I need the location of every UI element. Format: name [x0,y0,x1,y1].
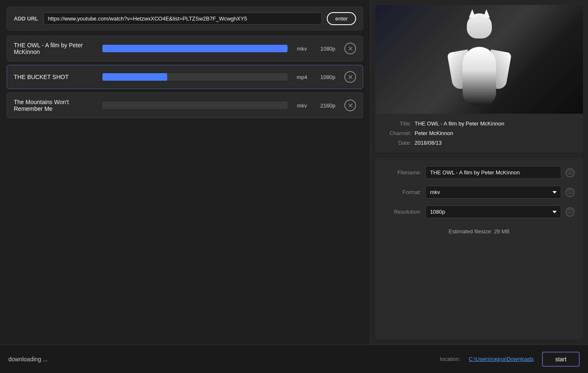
download-item-2: THE BUCKET SHOT mp4 1080p ✕ [7,65,363,89]
info-row-channel: Channel: Peter McKinnon [382,130,576,136]
remove-button-2[interactable]: ✕ [344,71,356,83]
item-format-3: mkv [293,102,311,109]
format-select[interactable]: mkv mp4 webm mp3 [425,186,561,199]
status-text: downloading ... [8,356,432,363]
progress-bar-container-1 [102,45,288,52]
owl-head [467,13,492,38]
info-row-date: Date: 2018/08/13 [382,140,576,146]
info-row-title: Title: THE OWL - A film by Peter McKinno… [382,120,576,127]
resolution-select[interactable]: 4320p 2160p 1440p 1080p 720p 480p 360p 2… [425,205,561,218]
item-title-2: THE BUCKET SHOT [14,74,97,80]
item-format-1: mkv [293,46,311,52]
date-label: Date: [382,140,411,146]
item-resolution-2: 1080p [316,74,339,80]
format-row: Format: mkv mp4 webm mp3 ⓘ [384,186,575,199]
settings-section: Filename: ⓘ Format: mkv mp4 webm mp3 ⓘ R… [375,158,583,340]
format-info-icon[interactable]: ⓘ [565,188,575,197]
thumbnail-image [375,5,583,114]
location-path[interactable]: C:\Users\ragna\Downloads [469,356,534,362]
filename-info-icon[interactable]: ⓘ [565,168,575,177]
download-item-3: The Mountains Won't Remember Me mkv 2160… [7,92,363,118]
progress-bar-fill-1 [102,45,288,52]
item-title-1: THE OWL - A film by Peter McKinnon [14,42,97,55]
left-panel: ADD URL enter THE OWL - A film by Peter … [0,0,370,345]
progress-bar-container-3 [102,102,288,109]
main-area: ADD URL enter THE OWL - A film by Peter … [0,0,588,345]
item-title-3: The Mountains Won't Remember Me [14,99,97,112]
filename-input[interactable] [425,166,561,179]
location-label: location: [440,356,460,362]
owl-ear-left [469,9,476,18]
filename-row: Filename: ⓘ [384,166,575,179]
title-label: Title: [382,120,411,127]
title-value: THE OWL - A film by Peter McKinnon [415,120,504,127]
resolution-label: Resolution: [384,209,421,215]
thumbnail-section: Title: THE OWL - A film by Peter McKinno… [375,5,583,153]
download-item-1: THE OWL - A film by Peter McKinnon mkv 1… [7,36,363,61]
item-resolution-1: 1080p [316,46,339,52]
owl-ear-right [483,9,490,18]
url-input[interactable] [43,13,322,25]
remove-button-3[interactable]: ✕ [344,100,356,111]
filesize-text: Estimated filesize: 29 MB [384,225,575,235]
progress-bar-fill-2 [102,73,167,81]
filename-label: Filename: [384,169,421,176]
date-value: 2018/08/13 [415,140,442,146]
download-list: THE OWL - A film by Peter McKinnon mkv 1… [7,36,363,118]
item-format-2: mp4 [293,74,311,80]
progress-bar-container-2 [102,73,288,81]
bottom-bar: downloading ... location: C:\Users\ragna… [0,345,588,373]
owl-body [463,47,496,105]
channel-label: Channel: [382,130,411,136]
url-bar: ADD URL enter [7,7,363,31]
start-button[interactable]: start [542,352,580,367]
url-label: ADD URL [14,15,38,22]
video-info: Title: THE OWL - A film by Peter McKinno… [375,114,583,153]
owl-illustration [446,13,513,105]
enter-button[interactable]: enter [327,12,356,25]
channel-value: Peter McKinnon [415,130,453,136]
item-resolution-3: 2160p [316,102,339,109]
resolution-row: Resolution: 4320p 2160p 1440p 1080p 720p… [384,205,575,218]
resolution-info-icon[interactable]: ⓘ [565,207,575,217]
format-label: Format: [384,189,421,195]
right-panel: Title: THE OWL - A film by Peter McKinno… [370,0,588,345]
remove-button-1[interactable]: ✕ [344,43,356,54]
